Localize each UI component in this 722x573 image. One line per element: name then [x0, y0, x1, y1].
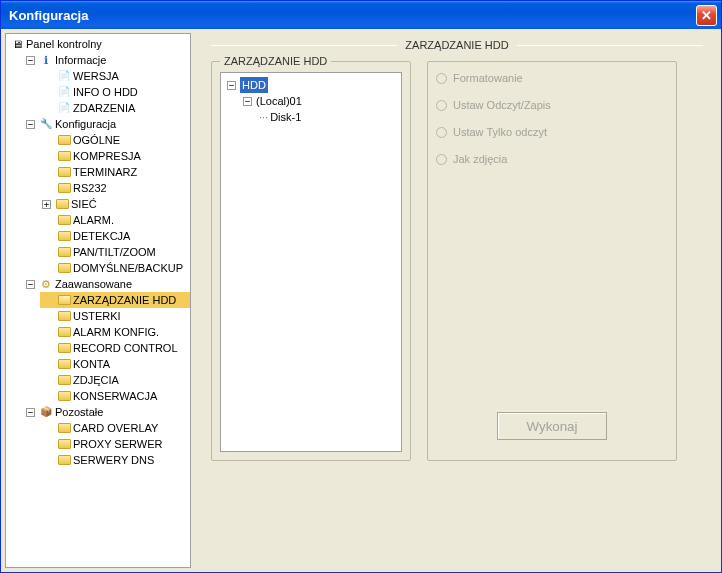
tree-item-domyslne[interactable]: DOMYŚLNE/BACKUP [40, 260, 190, 276]
hdd-tree[interactable]: − HDD − (Local)01 [220, 72, 402, 452]
tree-label: ALARM KONFIG. [73, 324, 159, 340]
page-icon [57, 101, 71, 115]
tree-label: ALARM. [73, 212, 114, 228]
tree-label: PROXY SERWER [73, 436, 162, 452]
radio-icon [436, 154, 447, 165]
tree-label: SIEĆ [71, 196, 97, 212]
tree-item-konta[interactable]: KONTA [40, 356, 190, 372]
tree-label: SERWERY DNS [73, 452, 154, 468]
expand-icon[interactable]: + [42, 200, 51, 209]
tree-item-terminarz[interactable]: TERMINARZ [40, 164, 190, 180]
tree-group-other[interactable]: − Pozostałe [24, 404, 190, 420]
folder-icon [58, 151, 71, 161]
page-title: ZARZĄDZANIE HDD [405, 39, 508, 51]
radio-icon [436, 100, 447, 111]
collapse-icon[interactable]: − [26, 280, 35, 289]
tree-label: ZDARZENIA [73, 100, 135, 116]
collapse-icon[interactable]: − [243, 97, 252, 106]
tree-label: KOMPRESJA [73, 148, 141, 164]
tree-item-alarm-konfig[interactable]: ALARM KONFIG. [40, 324, 190, 340]
tree-label: CARD OVERLAY [73, 420, 158, 436]
tree-item-rs232[interactable]: RS232 [40, 180, 190, 196]
tree-item-siec[interactable]: +SIEĆ [40, 196, 190, 212]
content-area: Panel kontrolny − Informacje WERSJA INF [1, 29, 721, 572]
tree-item-card[interactable]: CARD OVERLAY [40, 420, 190, 436]
folder-icon [58, 311, 71, 321]
nav-tree[interactable]: Panel kontrolny − Informacje WERSJA INF [5, 33, 191, 568]
tree-label: Konfiguracja [55, 116, 116, 132]
radio-label: Formatowanie [453, 72, 523, 85]
tree-item-usterki[interactable]: USTERKI [40, 308, 190, 324]
info-icon [39, 53, 53, 67]
radio-ro[interactable]: Ustaw Tylko odczyt [436, 126, 668, 139]
tree-label: PAN/TILT/ZOOM [73, 244, 156, 260]
tree-label: RECORD CONTROL [73, 340, 178, 356]
tree-item-dns[interactable]: SERWERY DNS [40, 452, 190, 468]
tree-item-ptz[interactable]: PAN/TILT/ZOOM [40, 244, 190, 260]
hdd-tree-fieldset: ZARZĄDZANIE HDD − HDD [211, 61, 411, 461]
folder-icon [58, 343, 71, 353]
folder-icon [58, 327, 71, 337]
tree-group-adv[interactable]: − Zaawansowane [24, 276, 190, 292]
tree-item-wersja[interactable]: WERSJA [40, 68, 190, 84]
hdd-disk-label: Disk-1 [270, 109, 301, 125]
execute-button[interactable]: Wykonaj [497, 412, 607, 440]
folder-icon [58, 183, 71, 193]
config-window: Konfiguracja ✕ Panel kontrolny − [0, 0, 722, 573]
tree-item-zdarzenia[interactable]: ZDARZENIA [40, 100, 190, 116]
folder-icon [58, 359, 71, 369]
tree-item-konserwacja[interactable]: KONSERWACJA [40, 388, 190, 404]
radio-label: Jak zdjęcia [453, 153, 507, 166]
folder-icon [58, 167, 71, 177]
folder-icon [58, 391, 71, 401]
radio-snapshot[interactable]: Jak zdjęcia [436, 153, 668, 166]
tree-item-detekcja[interactable]: DETEKCJA [40, 228, 190, 244]
main-panel: ZARZĄDZANIE HDD ZARZĄDZANIE HDD − HDD [197, 33, 717, 568]
tree-label: ZDJĘCIA [73, 372, 119, 388]
collapse-icon[interactable]: − [26, 408, 35, 417]
folder-icon [58, 375, 71, 385]
fieldset-legend: ZARZĄDZANIE HDD [220, 55, 331, 67]
radio-label: Ustaw Odczyt/Zapis [453, 99, 551, 112]
hdd-root[interactable]: − HDD [225, 77, 397, 93]
tree-label: KONSERWACJA [73, 388, 157, 404]
tree-label: RS232 [73, 180, 107, 196]
tree-item-info-hdd[interactable]: INFO O HDD [40, 84, 190, 100]
folder-icon [58, 215, 71, 225]
hdd-disk[interactable]: ··· Disk-1 [257, 109, 397, 125]
window-title: Konfiguracja [9, 8, 696, 23]
tree-group-info[interactable]: − Informacje [24, 52, 190, 68]
close-button[interactable]: ✕ [696, 5, 717, 26]
tree-item-alarm[interactable]: ALARM. [40, 212, 190, 228]
page-icon [57, 69, 71, 83]
folder-icon [58, 135, 71, 145]
tree-root[interactable]: Panel kontrolny [8, 36, 190, 52]
collapse-icon[interactable]: − [227, 81, 236, 90]
tree-label: Zaawansowane [55, 276, 132, 292]
radio-rw[interactable]: Ustaw Odczyt/Zapis [436, 99, 668, 112]
tree-label: DETEKCJA [73, 228, 130, 244]
tools-icon [39, 117, 53, 131]
tree-item-proxy[interactable]: PROXY SERWER [40, 436, 190, 452]
tree-label: WERSJA [73, 68, 119, 84]
tree-item-zdjecia[interactable]: ZDJĘCIA [40, 372, 190, 388]
page-icon [57, 85, 71, 99]
radio-format[interactable]: Formatowanie [436, 72, 668, 85]
radio-icon [436, 73, 447, 84]
hdd-local[interactable]: − (Local)01 [241, 93, 397, 109]
tree-group-konfig[interactable]: − Konfiguracja [24, 116, 190, 132]
tree-label: Panel kontrolny [26, 36, 102, 52]
titlebar[interactable]: Konfiguracja ✕ [1, 1, 721, 29]
tree-item-record[interactable]: RECORD CONTROL [40, 340, 190, 356]
collapse-icon[interactable]: − [26, 120, 35, 129]
tree-item-ogolne[interactable]: OGÓLNE [40, 132, 190, 148]
tree-label: OGÓLNE [73, 132, 120, 148]
box-icon [39, 405, 53, 419]
tree-item-hdd-mgmt[interactable]: ZARZĄDZANIE HDD [40, 292, 190, 308]
tree-item-kompresja[interactable]: KOMPRESJA [40, 148, 190, 164]
collapse-icon[interactable]: − [26, 56, 35, 65]
folder-icon [56, 199, 69, 209]
folder-open-icon [58, 295, 71, 305]
monitor-icon [10, 37, 24, 51]
tree-label: INFO O HDD [73, 84, 138, 100]
